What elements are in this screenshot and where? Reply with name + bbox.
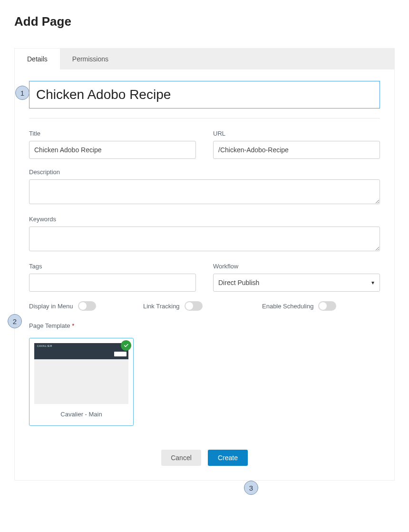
page-name-input[interactable] [29,81,380,108]
thumb-menu-icon [114,352,127,356]
page-title: Add Page [14,14,395,29]
link-tracking-label: Link Tracking [143,303,180,310]
check-icon [121,340,131,351]
url-input[interactable] [213,141,380,159]
cancel-button[interactable]: Cancel [161,450,201,466]
tab-details[interactable]: Details [15,49,60,69]
display-in-menu-toggle[interactable] [78,301,96,311]
display-in-menu-label: Display in Menu [29,303,73,310]
tabs: Details Permissions [15,49,394,69]
url-label: URL [213,130,380,137]
title-label: Title [29,130,196,137]
template-name-label: Cavalier - Main [34,411,128,418]
callout-1: 1 [15,86,29,100]
page-template-label: Page Template * [29,322,380,329]
required-indicator: * [72,322,74,329]
main-panel: Details Permissions Title URL D [14,48,395,481]
enable-scheduling-toggle[interactable] [318,301,336,311]
title-input[interactable] [29,141,196,159]
enable-scheduling-label: Enable Scheduling [262,303,313,310]
link-tracking-toggle[interactable] [185,301,203,311]
description-label: Description [29,168,380,176]
workflow-select[interactable]: Direct Publish [213,274,380,292]
keywords-textarea[interactable] [29,227,380,251]
template-card-cavalier-main[interactable]: CAVALIER Cavalier - Main [29,338,134,426]
description-textarea[interactable] [29,179,380,204]
divider [29,118,380,118]
tags-input[interactable] [29,274,196,292]
template-brand: CAVALIER [34,343,128,349]
template-thumbnail: CAVALIER [34,343,128,404]
workflow-label: Workflow [213,263,380,270]
create-button[interactable]: Create [208,450,248,466]
tab-content-details: Title URL Description Keywords [15,69,394,480]
tags-label: Tags [29,263,196,270]
tab-permissions[interactable]: Permissions [60,49,121,69]
callout-3: 3 [244,481,258,495]
keywords-label: Keywords [29,216,380,223]
callout-2: 2 [8,314,22,328]
